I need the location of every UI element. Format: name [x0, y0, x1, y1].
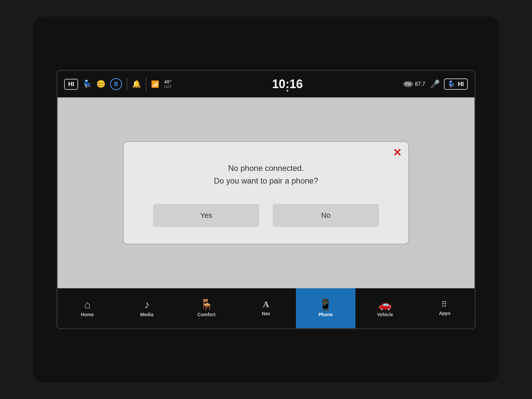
comfort-icon: 🪑	[200, 299, 213, 310]
hi-label-left: HI	[64, 79, 78, 90]
radio-freq: 87.7	[415, 81, 425, 87]
status-bar: HI 💺 😊 B 🔔 📶 48° OUT 10:16 ▼ FM 87.7 🎤	[58, 71, 474, 97]
dialog-message-line1: No phone connected.	[214, 162, 318, 175]
nav-item-comfort[interactable]: 🪑 Comfort	[177, 288, 236, 328]
wifi-icon: 📶	[151, 80, 159, 88]
media-icon: ♪	[144, 299, 150, 310]
apps-icon: ⠿	[441, 301, 448, 309]
apps-label: Apps	[439, 311, 451, 316]
dialog-message-line2: Do you want to pair a phone?	[214, 175, 318, 187]
temp-value: 48°	[164, 79, 172, 85]
hi-label-right: 💺 HI	[444, 78, 468, 90]
vehicle-label: Vehicle	[377, 312, 393, 317]
no-button[interactable]: No	[273, 204, 379, 227]
divider	[127, 77, 127, 91]
fm-badge: FM	[403, 81, 413, 87]
close-button[interactable]: ✕	[393, 147, 402, 158]
car-surround: HI 💺 😊 B 🔔 📶 48° OUT 10:16 ▼ FM 87.7 🎤	[33, 17, 499, 382]
comfort-label: Comfort	[198, 312, 215, 317]
home-icon: ⌂	[84, 299, 90, 310]
nav-item-vehicle[interactable]: 🚗 Vehicle	[355, 288, 415, 328]
yes-button[interactable]: Yes	[153, 204, 259, 227]
radio-display[interactable]: FM 87.7	[403, 81, 425, 87]
bell-icon: 🔔	[132, 80, 141, 88]
seat-icon-right: 💺	[448, 80, 455, 88]
phone-label: Phone	[319, 312, 333, 317]
dialog-buttons: Yes No	[137, 204, 395, 227]
nav-icon-symbol: A	[263, 300, 269, 309]
divider2	[146, 77, 146, 91]
seat-icon: 💺	[83, 80, 92, 88]
vehicle-icon: 🚗	[378, 299, 392, 310]
media-label: Media	[140, 312, 154, 317]
temperature-display: 48° OUT	[164, 79, 172, 89]
status-right-group: 🎤 💺 HI	[430, 78, 468, 90]
phone-icon: 📱	[319, 299, 332, 310]
bluetooth-icon[interactable]: B	[110, 78, 122, 90]
microphone-icon[interactable]: 🎤	[430, 79, 440, 89]
home-label: Home	[81, 312, 94, 317]
bottom-navigation: ⌂ Home ♪ Media 🪑 Comfort A Nav 📱 Phone 🚗	[58, 288, 474, 328]
dialog-message: No phone connected. Do you want to pair …	[214, 162, 318, 188]
face-icon: 😊	[96, 80, 105, 88]
pair-phone-dialog: ✕ No phone connected. Do you want to pai…	[123, 141, 409, 245]
temp-label: OUT	[164, 85, 172, 89]
nav-item-apps[interactable]: ⠿ Apps	[415, 288, 474, 328]
nav-item-home[interactable]: ⌂ Home	[58, 288, 117, 328]
nav-label: Nav	[262, 311, 270, 316]
clock-display: 10:16 ▼	[176, 77, 398, 91]
main-content: ✕ No phone connected. Do you want to pai…	[58, 97, 474, 288]
nav-item-media[interactable]: ♪ Media	[117, 288, 177, 328]
nav-item-phone[interactable]: 📱 Phone	[296, 288, 355, 328]
nav-item-nav[interactable]: A Nav	[236, 288, 296, 328]
infotainment-screen: HI 💺 😊 B 🔔 📶 48° OUT 10:16 ▼ FM 87.7 🎤	[57, 70, 475, 329]
time-chevron: ▼	[285, 88, 289, 93]
